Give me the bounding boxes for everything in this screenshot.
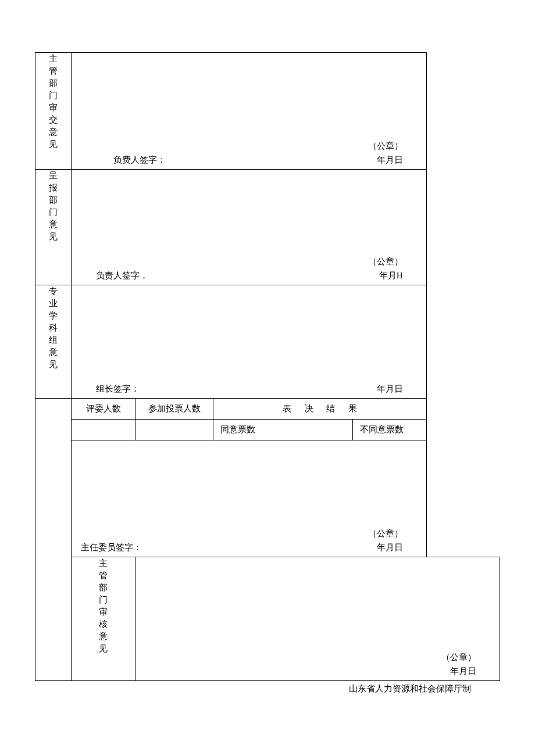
row3-date: 年月日 — [377, 384, 403, 395]
vote-body-cell: （公章） 主任委员签字： 年月日 — [72, 440, 427, 557]
row1-label: 主管部门审交意见 — [49, 53, 58, 151]
row1-signer: 负费人签字： — [113, 155, 166, 166]
row6-label-cell: 主管部门审核意见 — [72, 557, 135, 681]
vote-judges-value — [72, 420, 135, 440]
row2-seal: （公章） — [368, 256, 403, 267]
approval-form-table: 主管部门审交意见 （公章） 负费人签字： 年月日 呈报部门意见 （公章） 负责人… — [35, 52, 500, 681]
row6-date: 年月日 — [450, 666, 476, 677]
vote-disagree-header: 不同意票数 — [353, 420, 427, 440]
row6-body-cell: （公章） 年月日 — [135, 557, 500, 681]
row3-body-cell: 组长签字： 年月日 — [72, 285, 427, 399]
row5-seal: （公章） — [368, 528, 403, 539]
vote-section-label-cell — [35, 399, 72, 681]
row1-body-cell: （公章） 负费人签字： 年月日 — [72, 53, 427, 170]
row1-seal: （公章） — [368, 141, 403, 152]
row2-signer: 负责人签字， — [96, 270, 148, 281]
row2-body-cell: （公章） 负责人签字， 年月H — [72, 170, 427, 285]
row3-signer: 组长签字： — [96, 384, 140, 395]
row1-date: 年月日 — [377, 155, 403, 166]
row3-label: 专业学科组意见 — [49, 285, 58, 371]
row5-signer: 主任委员签字： — [81, 542, 142, 553]
vote-participants-value — [135, 420, 213, 440]
row5-date: 年月日 — [377, 542, 403, 553]
row6-seal: （公章） — [441, 652, 476, 663]
vote-agree-header: 同意票数 — [213, 420, 353, 440]
row2-label-cell: 呈报部门意见 — [35, 170, 72, 285]
row2-date: 年月H — [379, 270, 403, 281]
row2-label: 呈报部门意见 — [49, 170, 58, 243]
row3-label-cell: 专业学科组意见 — [35, 285, 72, 399]
row1-label-cell: 主管部门审交意见 — [35, 53, 72, 170]
vote-judges-header: 评委人数 — [72, 399, 135, 420]
footer-text: 山东省人力资源和社会保障厅制 — [35, 681, 500, 694]
vote-result-header: 表决结果 — [213, 399, 427, 420]
vote-participants-header: 参加投票人数 — [135, 399, 213, 420]
row6-label: 主管部门审核意见 — [99, 557, 108, 655]
